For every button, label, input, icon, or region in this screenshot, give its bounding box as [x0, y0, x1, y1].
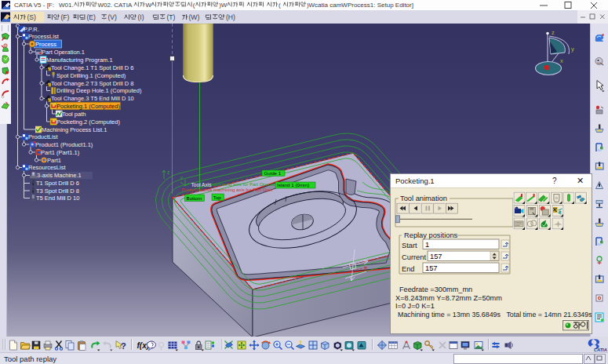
svg-text:Part1 (Part1.1): Part1 (Part1.1) [41, 149, 80, 156]
svg-text:)W: )W [219, 2, 228, 9]
svg-text:z: z [552, 29, 555, 36]
svg-text:machining axis for Part Operat: machining axis for Part Operation [210, 182, 280, 187]
svg-text:Part Operation.1: Part Operation.1 [42, 49, 85, 56]
svg-text:Tool path: Tool path [62, 111, 86, 118]
svg-text:W01.: W01. [59, 2, 74, 9]
svg-text:Pocket relative machining axis: Pocket relative machining axis for Part … [181, 187, 273, 192]
svg-text:(F): (F) [61, 13, 70, 21]
svg-text:Bottom: Bottom [187, 195, 202, 201]
svg-text:)Wcatia camWProcess1: Setup Ed: )Wcatia camWProcess1: Setup Editor] [307, 2, 413, 9]
svg-text:(S): (S) [27, 13, 37, 21]
svg-text:W: W [146, 2, 152, 9]
svg-text:y: y [571, 46, 574, 53]
svg-text:Tool animation: Tool animation [400, 195, 447, 202]
svg-text:T3 Spot Drill D 8: T3 Spot Drill D 8 [36, 187, 79, 195]
svg-text:T5 End Mill D 10: T5 End Mill D 10 [36, 195, 79, 202]
svg-text:Replay positions: Replay positions [404, 231, 458, 239]
svg-text:X=8.243mm Y=8.72mm Z=50mm: X=8.243mm Y=8.72mm Z=50mm [395, 294, 502, 302]
svg-text:Start: Start [402, 242, 417, 249]
svg-text:(: ( [279, 2, 281, 9]
svg-text:?: ? [121, 341, 126, 351]
svg-text:Island 1 (0mm): Island 1 (0mm) [277, 182, 309, 187]
svg-text:CATIA: CATIA [594, 348, 607, 352]
svg-text:Process: Process [35, 41, 56, 48]
svg-text:Pocketing.2 (Computed): Pocketing.2 (Computed) [56, 118, 120, 126]
svg-text:Guide 1: Guide 1 [264, 170, 282, 176]
svg-text:157: 157 [425, 264, 438, 272]
svg-text:Tool Axis: Tool Axis [191, 182, 213, 187]
svg-text:ResourcesList: ResourcesList [28, 164, 66, 171]
svg-text:(E): (E) [87, 13, 96, 21]
svg-text:Tool Change.1 T1 Spot Drill D: Tool Change.1 T1 Spot Drill D 6 [51, 64, 133, 71]
svg-text:(W): (W) [189, 13, 200, 21]
svg-text:Feedrate =300mm_mn: Feedrate =300mm_mn [399, 286, 472, 293]
svg-text:ProcessList: ProcessList [28, 33, 60, 40]
svg-text:I=0 J=0 K=1: I=0 J=0 K=1 [395, 302, 435, 310]
svg-text:1: 1 [425, 241, 429, 249]
svg-text:Pocketing.1 (Computed): Pocketing.1 (Computed) [56, 103, 120, 110]
svg-text:Drilling Deep Hole.1 (Computed: Drilling Deep Hole.1 (Computed) [56, 87, 142, 94]
svg-text:(H): (H) [226, 13, 235, 21]
svg-text:Machining time = 13mn 35.6849s: Machining time = 13mn 35.6849s Total tim… [398, 311, 592, 318]
svg-text:T1 Spot Drill D 6: T1 Spot Drill D 6 [36, 180, 79, 187]
svg-text:ProductList: ProductList [28, 133, 58, 140]
svg-text:Tool Change.2 T3 Spot Drill D: Tool Change.2 T3 Spot Drill D 8 [51, 80, 133, 87]
svg-text:x: x [560, 57, 563, 64]
svg-text:Current: Current [402, 253, 426, 261]
svg-text:Product1 (Product1.1): Product1 (Product1.1) [35, 141, 93, 148]
svg-text:Part1: Part1 [47, 157, 61, 164]
svg-text:Tool Change.3 T5 End Mill D 1: Tool Change.3 T5 End Mill D 10 [51, 95, 134, 102]
svg-text:Machining Process List.1: Machining Process List.1 [42, 126, 107, 133]
svg-text:Spot Drilling.1 (Computed): Spot Drilling.1 (Computed) [56, 72, 126, 79]
svg-text:3-axis Machine.1: 3-axis Machine.1 [37, 172, 82, 179]
svg-text:(I): (I) [138, 13, 144, 21]
svg-text:y: y [180, 175, 183, 180]
svg-text:Top: Top [213, 195, 222, 200]
svg-text:(: ( [193, 2, 195, 9]
svg-text:157: 157 [430, 253, 442, 260]
svg-text:Manufacturing Program.1: Manufacturing Program.1 [46, 56, 113, 64]
svg-text:(T): (T) [167, 13, 176, 21]
svg-text:End: End [402, 265, 415, 273]
svg-text:z: z [167, 169, 169, 175]
svg-text:(V): (V) [108, 13, 118, 21]
svg-text:CATIA V5 - [F:: CATIA V5 - [F: [14, 2, 54, 9]
svg-text:W02. CATIA: W02. CATIA [97, 2, 133, 9]
svg-text:P.P.R.: P.P.R. [24, 26, 39, 33]
